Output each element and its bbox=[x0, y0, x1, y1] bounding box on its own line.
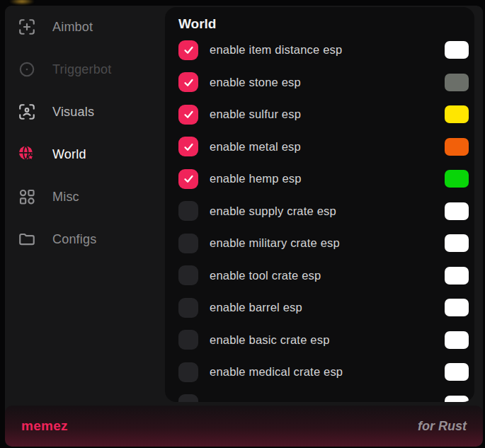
settings-row: enable supply crate esp bbox=[178, 195, 469, 228]
settings-row: enable barrel esp bbox=[178, 292, 469, 324]
esp-color-swatch[interactable] bbox=[445, 396, 469, 402]
esp-checkbox[interactable] bbox=[178, 72, 198, 92]
esp-checkbox[interactable] bbox=[178, 330, 198, 350]
esp-color-swatch[interactable] bbox=[445, 41, 469, 59]
esp-row-label: enable tool crate esp bbox=[210, 269, 445, 282]
sidebar-item-triggerbot[interactable]: Triggerbot bbox=[5, 48, 165, 91]
background-artifact bbox=[10, 0, 34, 5]
checkmark-icon bbox=[183, 76, 195, 88]
settings-row: enable stone esp bbox=[178, 67, 469, 99]
sidebar-item-label: World bbox=[52, 147, 86, 162]
esp-row-label: enable medical crate esp bbox=[210, 365, 445, 379]
settings-row: enable metal esp bbox=[178, 131, 469, 163]
esp-color-swatch[interactable] bbox=[445, 234, 469, 252]
esp-row-label: enable hemp esp bbox=[210, 172, 445, 185]
sidebar-item-configs[interactable]: Configs bbox=[5, 218, 165, 260]
footer-bar: memez for Rust bbox=[5, 406, 483, 447]
esp-row-label: enable supply crate esp bbox=[210, 205, 445, 218]
globe-star-icon bbox=[18, 145, 36, 163]
cheat-menu-window: Aimbot Triggerbot Visuals World Misc Con… bbox=[5, 6, 483, 447]
esp-color-swatch[interactable] bbox=[445, 299, 469, 316]
sidebar: Aimbot Triggerbot Visuals World Misc Con… bbox=[5, 6, 165, 404]
esp-checkbox[interactable] bbox=[178, 137, 198, 156]
checkmark-icon bbox=[183, 173, 195, 185]
esp-row-label: enable military crate esp bbox=[210, 236, 445, 250]
settings-row bbox=[178, 389, 469, 403]
esp-checkbox[interactable] bbox=[178, 105, 198, 125]
settings-row: enable tool crate esp bbox=[178, 260, 469, 292]
settings-row: enable basic crate esp bbox=[178, 324, 469, 357]
esp-checkbox[interactable] bbox=[178, 234, 198, 253]
esp-checkbox[interactable] bbox=[178, 362, 198, 382]
esp-checkbox[interactable] bbox=[178, 265, 198, 285]
circle-dot-icon bbox=[18, 60, 36, 79]
esp-color-swatch[interactable] bbox=[445, 202, 469, 220]
esp-checkbox[interactable] bbox=[178, 169, 198, 189]
esp-row-label: enable metal esp bbox=[210, 140, 445, 154]
esp-color-swatch[interactable] bbox=[445, 74, 469, 91]
world-settings-panel: World enable item distance esp enable st… bbox=[165, 7, 474, 402]
esp-checkbox[interactable] bbox=[178, 201, 198, 221]
sidebar-item-world[interactable]: World bbox=[5, 133, 165, 176]
page-title: World bbox=[178, 16, 469, 32]
settings-row: enable sulfur esp bbox=[178, 98, 469, 131]
esp-row-label: enable item distance esp bbox=[210, 43, 445, 57]
sidebar-item-label: Aimbot bbox=[52, 20, 93, 35]
settings-row: enable medical crate esp bbox=[178, 356, 469, 389]
folder-icon bbox=[18, 230, 36, 248]
sidebar-item-label: Visuals bbox=[52, 105, 94, 120]
sidebar-item-misc[interactable]: Misc bbox=[5, 176, 165, 218]
settings-row: enable hemp esp bbox=[178, 163, 469, 195]
esp-color-swatch[interactable] bbox=[445, 138, 469, 156]
esp-checkbox[interactable] bbox=[178, 394, 198, 402]
brand-name: memez bbox=[21, 418, 68, 434]
checkmark-icon bbox=[183, 141, 195, 153]
checkmark-icon bbox=[183, 44, 195, 56]
brand-tagline: for Rust bbox=[418, 419, 467, 434]
esp-checkbox[interactable] bbox=[178, 298, 198, 318]
esp-color-swatch[interactable] bbox=[445, 170, 469, 188]
sidebar-item-label: Misc bbox=[52, 190, 79, 205]
settings-list: enable item distance esp enable stone es… bbox=[178, 34, 469, 402]
esp-color-swatch[interactable] bbox=[445, 331, 469, 349]
sidebar-item-aimbot[interactable]: Aimbot bbox=[5, 6, 165, 48]
person-scan-icon bbox=[18, 103, 36, 121]
checkmark-icon bbox=[183, 108, 195, 120]
settings-row: enable item distance esp bbox=[178, 34, 469, 67]
grid-shapes-icon bbox=[18, 188, 36, 206]
sidebar-item-label: Triggerbot bbox=[52, 62, 111, 77]
settings-row: enable military crate esp bbox=[178, 227, 469, 260]
sidebar-item-label: Configs bbox=[52, 232, 96, 247]
esp-row-label: enable barrel esp bbox=[210, 301, 445, 314]
esp-color-swatch[interactable] bbox=[445, 105, 469, 123]
esp-color-swatch[interactable] bbox=[445, 267, 469, 285]
esp-row-label: enable basic crate esp bbox=[210, 333, 445, 347]
sidebar-item-visuals[interactable]: Visuals bbox=[5, 91, 165, 133]
esp-color-swatch[interactable] bbox=[445, 363, 469, 381]
crosshair-icon bbox=[18, 18, 36, 36]
esp-checkbox[interactable] bbox=[178, 40, 198, 60]
esp-row-label: enable sulfur esp bbox=[210, 108, 445, 121]
esp-row-label: enable stone esp bbox=[210, 76, 445, 89]
